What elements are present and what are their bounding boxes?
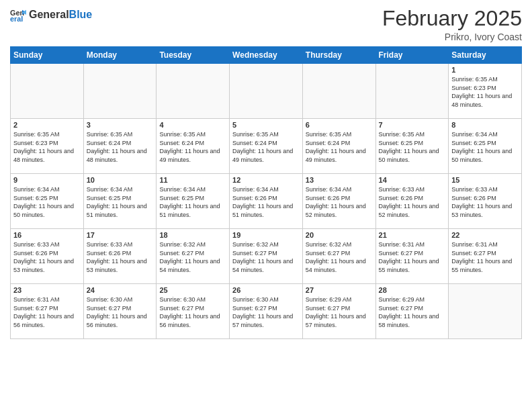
day-info-23: Sunrise: 6:31 AM Sunset: 6:27 PM Dayligh… bbox=[13, 295, 81, 329]
header-tuesday: Tuesday bbox=[157, 47, 230, 64]
cell-0-6: 1Sunrise: 6:35 AM Sunset: 6:23 PM Daylig… bbox=[449, 64, 522, 119]
calendar: Sunday Monday Tuesday Wednesday Thursday… bbox=[10, 46, 522, 339]
day-info-8: Sunrise: 6:34 AM Sunset: 6:25 PM Dayligh… bbox=[451, 130, 519, 164]
week-row-3: 16Sunrise: 6:33 AM Sunset: 6:26 PM Dayli… bbox=[11, 229, 522, 284]
header-friday: Friday bbox=[375, 47, 449, 64]
day-info-11: Sunrise: 6:34 AM Sunset: 6:25 PM Dayligh… bbox=[159, 185, 226, 219]
cell-3-0: 16Sunrise: 6:33 AM Sunset: 6:26 PM Dayli… bbox=[11, 229, 84, 284]
cell-1-1: 3Sunrise: 6:35 AM Sunset: 6:24 PM Daylig… bbox=[83, 119, 157, 174]
day-num-12: 12 bbox=[232, 176, 300, 184]
day-num-27: 27 bbox=[306, 286, 373, 294]
cell-4-4: 27Sunrise: 6:29 AM Sunset: 6:27 PM Dayli… bbox=[302, 284, 375, 339]
day-info-6: Sunrise: 6:35 AM Sunset: 6:24 PM Dayligh… bbox=[306, 130, 373, 164]
day-info-24: Sunrise: 6:30 AM Sunset: 6:27 PM Dayligh… bbox=[87, 295, 154, 329]
cell-4-0: 23Sunrise: 6:31 AM Sunset: 6:27 PM Dayli… bbox=[11, 284, 84, 339]
day-info-26: Sunrise: 6:30 AM Sunset: 6:27 PM Dayligh… bbox=[232, 295, 300, 329]
cell-2-5: 14Sunrise: 6:33 AM Sunset: 6:26 PM Dayli… bbox=[375, 174, 449, 229]
weekday-header-row: Sunday Monday Tuesday Wednesday Thursday… bbox=[11, 47, 522, 64]
day-info-20: Sunrise: 6:32 AM Sunset: 6:27 PM Dayligh… bbox=[306, 240, 373, 274]
day-info-28: Sunrise: 6:29 AM Sunset: 6:27 PM Dayligh… bbox=[379, 295, 446, 329]
day-num-22: 22 bbox=[451, 231, 519, 239]
cell-1-4: 6Sunrise: 6:35 AM Sunset: 6:24 PM Daylig… bbox=[302, 119, 375, 174]
cell-3-2: 18Sunrise: 6:32 AM Sunset: 6:27 PM Dayli… bbox=[157, 229, 230, 284]
day-info-7: Sunrise: 6:35 AM Sunset: 6:25 PM Dayligh… bbox=[379, 130, 446, 164]
day-num-24: 24 bbox=[87, 286, 154, 294]
cell-1-5: 7Sunrise: 6:35 AM Sunset: 6:25 PM Daylig… bbox=[375, 119, 449, 174]
day-info-14: Sunrise: 6:33 AM Sunset: 6:26 PM Dayligh… bbox=[379, 185, 446, 219]
day-num-19: 19 bbox=[232, 231, 300, 239]
day-info-12: Sunrise: 6:34 AM Sunset: 6:26 PM Dayligh… bbox=[232, 185, 300, 219]
header-monday: Monday bbox=[83, 47, 157, 64]
logo-general: General bbox=[29, 9, 69, 20]
cell-4-6 bbox=[449, 284, 522, 339]
day-info-18: Sunrise: 6:32 AM Sunset: 6:27 PM Dayligh… bbox=[159, 240, 226, 274]
cell-1-3: 5Sunrise: 6:35 AM Sunset: 6:24 PM Daylig… bbox=[230, 119, 303, 174]
day-num-15: 15 bbox=[451, 176, 519, 184]
day-num-13: 13 bbox=[306, 176, 373, 184]
day-num-18: 18 bbox=[159, 231, 226, 239]
day-num-2: 2 bbox=[13, 121, 81, 129]
day-info-9: Sunrise: 6:34 AM Sunset: 6:25 PM Dayligh… bbox=[13, 185, 81, 219]
day-info-17: Sunrise: 6:33 AM Sunset: 6:26 PM Dayligh… bbox=[87, 240, 154, 274]
cell-1-6: 8Sunrise: 6:34 AM Sunset: 6:25 PM Daylig… bbox=[449, 119, 522, 174]
cell-0-3 bbox=[230, 64, 303, 119]
day-info-3: Sunrise: 6:35 AM Sunset: 6:24 PM Dayligh… bbox=[87, 130, 154, 164]
cell-2-6: 15Sunrise: 6:33 AM Sunset: 6:26 PM Dayli… bbox=[449, 174, 522, 229]
day-num-1: 1 bbox=[451, 66, 519, 74]
day-info-22: Sunrise: 6:31 AM Sunset: 6:27 PM Dayligh… bbox=[451, 240, 519, 274]
day-info-13: Sunrise: 6:34 AM Sunset: 6:26 PM Dayligh… bbox=[306, 185, 373, 219]
day-num-26: 26 bbox=[232, 286, 300, 294]
day-num-11: 11 bbox=[159, 176, 226, 184]
cell-2-2: 11Sunrise: 6:34 AM Sunset: 6:25 PM Dayli… bbox=[157, 174, 230, 229]
day-num-4: 4 bbox=[159, 121, 226, 129]
day-info-21: Sunrise: 6:31 AM Sunset: 6:27 PM Dayligh… bbox=[379, 240, 446, 274]
day-num-7: 7 bbox=[379, 121, 446, 129]
day-info-15: Sunrise: 6:33 AM Sunset: 6:26 PM Dayligh… bbox=[451, 185, 519, 219]
location-title: Prikro, Ivory Coast bbox=[382, 32, 522, 42]
day-info-19: Sunrise: 6:32 AM Sunset: 6:27 PM Dayligh… bbox=[232, 240, 300, 274]
cell-2-0: 9Sunrise: 6:34 AM Sunset: 6:25 PM Daylig… bbox=[11, 174, 84, 229]
logo-icon: Gen eral bbox=[10, 7, 26, 23]
cell-4-2: 25Sunrise: 6:30 AM Sunset: 6:27 PM Dayli… bbox=[157, 284, 230, 339]
day-num-9: 9 bbox=[13, 176, 81, 184]
logo-blue: Blue bbox=[69, 9, 93, 20]
header-saturday: Saturday bbox=[449, 47, 522, 64]
svg-text:eral: eral bbox=[10, 15, 23, 23]
cell-4-1: 24Sunrise: 6:30 AM Sunset: 6:27 PM Dayli… bbox=[83, 284, 157, 339]
day-num-10: 10 bbox=[87, 176, 154, 184]
day-num-8: 8 bbox=[451, 121, 519, 129]
cell-0-2 bbox=[157, 64, 230, 119]
week-row-0: 1Sunrise: 6:35 AM Sunset: 6:23 PM Daylig… bbox=[11, 64, 522, 119]
cell-4-5: 28Sunrise: 6:29 AM Sunset: 6:27 PM Dayli… bbox=[375, 284, 449, 339]
cell-2-4: 13Sunrise: 6:34 AM Sunset: 6:26 PM Dayli… bbox=[302, 174, 375, 229]
day-info-27: Sunrise: 6:29 AM Sunset: 6:27 PM Dayligh… bbox=[306, 295, 373, 329]
page: Gen eral GeneralBlue February 2025 Prikr… bbox=[0, 0, 532, 411]
day-num-6: 6 bbox=[306, 121, 373, 129]
day-info-10: Sunrise: 6:34 AM Sunset: 6:25 PM Dayligh… bbox=[87, 185, 154, 219]
day-info-2: Sunrise: 6:35 AM Sunset: 6:23 PM Dayligh… bbox=[13, 130, 81, 164]
week-row-1: 2Sunrise: 6:35 AM Sunset: 6:23 PM Daylig… bbox=[11, 119, 522, 174]
month-title: February 2025 bbox=[382, 7, 522, 30]
logo: Gen eral GeneralBlue bbox=[10, 7, 92, 23]
day-num-25: 25 bbox=[159, 286, 226, 294]
cell-3-6: 22Sunrise: 6:31 AM Sunset: 6:27 PM Dayli… bbox=[449, 229, 522, 284]
cell-2-3: 12Sunrise: 6:34 AM Sunset: 6:26 PM Dayli… bbox=[230, 174, 303, 229]
day-info-4: Sunrise: 6:35 AM Sunset: 6:24 PM Dayligh… bbox=[159, 130, 226, 164]
header: Gen eral GeneralBlue February 2025 Prikr… bbox=[10, 7, 522, 42]
day-num-21: 21 bbox=[379, 231, 446, 239]
day-num-14: 14 bbox=[379, 176, 446, 184]
cell-3-3: 19Sunrise: 6:32 AM Sunset: 6:27 PM Dayli… bbox=[230, 229, 303, 284]
day-num-17: 17 bbox=[87, 231, 154, 239]
cell-0-0 bbox=[11, 64, 84, 119]
day-info-5: Sunrise: 6:35 AM Sunset: 6:24 PM Dayligh… bbox=[232, 130, 300, 164]
logo-text: GeneralBlue bbox=[29, 9, 92, 20]
cell-3-4: 20Sunrise: 6:32 AM Sunset: 6:27 PM Dayli… bbox=[302, 229, 375, 284]
cell-3-5: 21Sunrise: 6:31 AM Sunset: 6:27 PM Dayli… bbox=[375, 229, 449, 284]
cell-0-1 bbox=[83, 64, 157, 119]
day-num-16: 16 bbox=[13, 231, 81, 239]
day-info-25: Sunrise: 6:30 AM Sunset: 6:27 PM Dayligh… bbox=[159, 295, 226, 329]
day-num-5: 5 bbox=[232, 121, 300, 129]
cell-4-3: 26Sunrise: 6:30 AM Sunset: 6:27 PM Dayli… bbox=[230, 284, 303, 339]
cell-3-1: 17Sunrise: 6:33 AM Sunset: 6:26 PM Dayli… bbox=[83, 229, 157, 284]
day-num-23: 23 bbox=[13, 286, 81, 294]
